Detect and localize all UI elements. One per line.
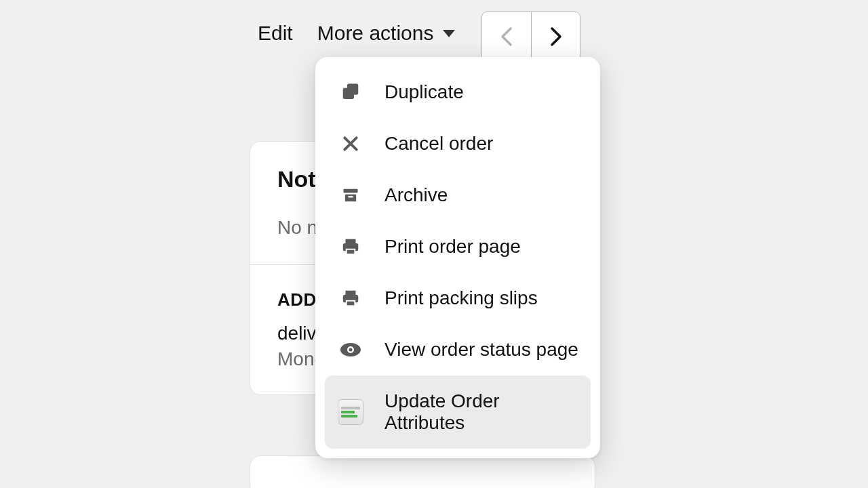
- menu-item-label: Update Order Attributes: [384, 390, 578, 434]
- menu-item-print-packing-slips[interactable]: Print packing slips: [315, 272, 600, 324]
- svg-rect-2: [344, 189, 358, 193]
- svg-point-13: [349, 348, 353, 352]
- print-icon: [337, 288, 364, 308]
- next-card: [250, 455, 595, 488]
- prev-order-button[interactable]: [482, 12, 531, 61]
- svg-rect-1: [347, 84, 358, 95]
- caret-down-icon: [443, 30, 455, 37]
- archive-icon: [337, 186, 364, 205]
- menu-item-label: Archive: [384, 184, 448, 206]
- chevron-right-icon: [549, 26, 564, 47]
- duplicate-icon: [337, 82, 364, 102]
- menu-item-duplicate[interactable]: Duplicate: [315, 66, 600, 118]
- more-actions-button[interactable]: More actions: [317, 22, 456, 45]
- menu-item-label: Print order page: [384, 236, 521, 258]
- svg-rect-8: [346, 291, 356, 295]
- eye-icon: [337, 342, 364, 357]
- edit-link[interactable]: Edit: [258, 22, 293, 45]
- close-icon: [337, 135, 364, 152]
- menu-item-cancel-order[interactable]: Cancel order: [315, 118, 600, 169]
- menu-item-print-order[interactable]: Print order page: [315, 221, 600, 272]
- svg-rect-3: [345, 195, 356, 202]
- menu-item-label: View order status page: [384, 339, 578, 361]
- next-order-button[interactable]: [531, 12, 580, 61]
- menu-item-label: Cancel order: [384, 133, 493, 155]
- order-pagination: [481, 12, 580, 62]
- menu-item-update-order-attributes[interactable]: Update Order Attributes: [325, 375, 591, 449]
- svg-rect-10: [347, 301, 355, 306]
- menu-item-view-order-status[interactable]: View order status page: [315, 324, 600, 375]
- menu-item-archive[interactable]: Archive: [315, 169, 600, 221]
- order-action-bar: Edit More actions: [258, 22, 455, 45]
- more-actions-label: More actions: [317, 22, 434, 45]
- more-actions-menu: Duplicate Cancel order Archive Print ord…: [315, 57, 600, 458]
- print-icon: [337, 237, 364, 257]
- menu-item-label: Print packing slips: [384, 287, 538, 309]
- chevron-left-icon: [499, 26, 514, 47]
- attributes-icon: [337, 399, 364, 425]
- svg-rect-7: [347, 249, 355, 255]
- svg-rect-5: [346, 239, 356, 243]
- svg-rect-4: [349, 196, 353, 197]
- menu-item-label: Duplicate: [384, 81, 464, 103]
